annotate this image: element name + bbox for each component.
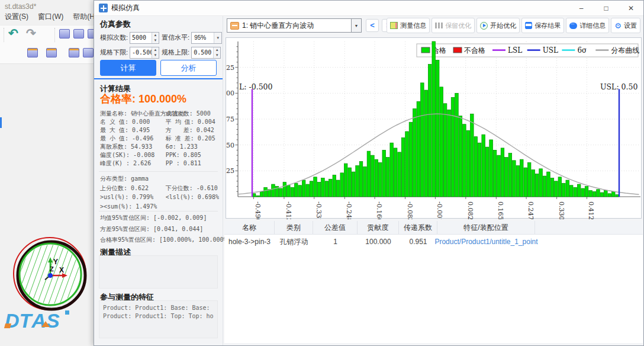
table-header-filler bbox=[535, 221, 643, 234]
field-value[interactable]: 0.500 bbox=[192, 47, 213, 58]
measurement-icon bbox=[230, 22, 239, 30]
x-axis-label: X bbox=[59, 266, 64, 274]
svg-text:-0.001: -0.001 bbox=[436, 201, 443, 219]
confidence-interval: 均值95%置信区间: [-0.002, 0.009] bbox=[100, 213, 221, 224]
svg-text:0.247: 0.247 bbox=[527, 201, 534, 219]
logo-accent bbox=[41, 321, 50, 327]
chevron-down-icon[interactable] bbox=[351, 19, 361, 32]
logo-accent bbox=[4, 323, 11, 328]
chevron-down-icon[interactable] bbox=[214, 33, 221, 43]
lower-spec-input[interactable]: -0.500 ▲▼ bbox=[130, 47, 159, 59]
message-button[interactable]: 详细信息 bbox=[566, 18, 609, 33]
logo-letter: D bbox=[5, 309, 20, 332]
measure-desc-box[interactable] bbox=[99, 255, 218, 289]
field-value[interactable]: -0.500 bbox=[130, 47, 152, 58]
logo-letter: T bbox=[20, 309, 32, 332]
workbench-icon[interactable] bbox=[27, 48, 38, 57]
blue-divider bbox=[94, 78, 223, 79]
stat-left: 最 大 值: 0.495 bbox=[100, 126, 166, 134]
prev-measurement-button[interactable]: < bbox=[366, 19, 379, 32]
svg-text:0.165: 0.165 bbox=[497, 201, 504, 219]
caret-down-icon[interactable]: ▼ bbox=[152, 38, 159, 43]
confidence-level-select[interactable]: 95% bbox=[191, 32, 222, 44]
field-label: 置信水平: bbox=[162, 33, 189, 42]
y-axis-label: Y bbox=[53, 258, 58, 266]
feature-path-link[interactable]: Product/Product1/untitle_1_point bbox=[437, 238, 535, 246]
workbench-icon[interactable] bbox=[46, 48, 57, 57]
contribution-table: 名称类别公差值贡献度传递系数特征/装配位置hole-3->pin-3孔销浮动11… bbox=[224, 221, 643, 343]
svg-text:0.082: 0.082 bbox=[466, 201, 474, 219]
viewport-circle-feature: Y Z X bbox=[11, 236, 91, 316]
stat-row: 峰度(K) : 2.626PP : 0.811 bbox=[100, 159, 221, 168]
menu-bar: 设置(S) 窗口(W) 帮助(H) bbox=[5, 12, 97, 22]
params-section-title: 仿真参数 bbox=[100, 19, 131, 30]
table-cell: 1 bbox=[313, 238, 358, 246]
spinner-buttons[interactable]: ▲▼ bbox=[152, 33, 159, 43]
table-header-cell: 特征/装配位置 bbox=[437, 221, 535, 234]
panel-divider bbox=[223, 16, 223, 345]
measure-info-button[interactable]: 测量信息 bbox=[387, 18, 430, 33]
caret-down-icon[interactable]: ▼ bbox=[152, 53, 159, 58]
dist-right bbox=[166, 174, 221, 184]
svg-text:-0.496: -0.496 bbox=[254, 201, 262, 219]
dist-row: 分布类型: gamma bbox=[100, 174, 221, 184]
menu-item-window[interactable]: 窗口(W) bbox=[38, 12, 63, 22]
features-box[interactable]: Product: Product1: Base: Base: pin-3Prod… bbox=[99, 300, 218, 338]
caret-down-icon[interactable]: ▼ bbox=[214, 53, 220, 58]
analyze-button[interactable]: 分析 bbox=[160, 60, 217, 76]
stat-left: 离散系数: 54.933 bbox=[100, 143, 166, 151]
feature-item: Product: Product1: Top: Top: hole-3 bbox=[103, 312, 214, 321]
button-label: 开始优化 bbox=[490, 21, 516, 30]
gear-button[interactable]: ⚙设置 bbox=[611, 18, 640, 33]
menu-item-settings[interactable]: 设置(S) bbox=[5, 12, 28, 22]
origin-point bbox=[48, 273, 53, 278]
statistics-rows: 测量名称: 销中心垂直方向波动成功次数: 5000名 义 值: 0.000平 均… bbox=[100, 110, 221, 168]
spinner-buttons[interactable]: ▲▼ bbox=[152, 47, 159, 58]
field-value[interactable]: 5000 bbox=[130, 33, 152, 43]
button-label: 测量信息 bbox=[400, 21, 426, 30]
cube-icon[interactable] bbox=[83, 48, 94, 57]
calculate-button[interactable]: 计算 bbox=[100, 60, 156, 76]
upper-spec-input[interactable]: 0.500 ▲▼ bbox=[191, 47, 221, 59]
gear-icon: ⚙ bbox=[614, 22, 622, 30]
caret-up-icon[interactable]: ▲ bbox=[152, 33, 159, 38]
stat-right: 6σ: 1.233 bbox=[166, 143, 221, 151]
spinner-buttons[interactable]: ▲▼ bbox=[213, 47, 220, 58]
assembly-icon[interactable] bbox=[69, 48, 79, 57]
dist-left: 分布类型: gamma bbox=[100, 174, 166, 184]
simulation-parameter-panel: 仿真参数 模拟次数: 5000 ▲▼ 置信水平: 95% bbox=[94, 1, 223, 345]
dist-left: ><sum(%): 1.497% bbox=[100, 202, 166, 212]
svg-text:LSL: LSL bbox=[508, 46, 522, 55]
stat-right: PP : 0.811 bbox=[166, 159, 221, 168]
simulation-count-input[interactable]: 5000 ▲▼ bbox=[130, 32, 159, 44]
undo-icon[interactable]: ↶ bbox=[8, 27, 18, 39]
redo-icon[interactable]: ↷ bbox=[26, 27, 36, 39]
measurement-select[interactable]: 1: 销中心垂直方向波动 bbox=[227, 18, 362, 33]
logo-accent bbox=[65, 310, 69, 315]
table-header-cell: 类别 bbox=[275, 221, 313, 234]
stat-left: 峰度(K) : 2.626 bbox=[100, 159, 166, 168]
dist-left: >usl(%): 0.799% bbox=[100, 193, 166, 202]
play-button[interactable]: 开始优化 bbox=[476, 18, 520, 33]
import-icon[interactable] bbox=[59, 29, 70, 39]
table-header-cell: 公差值 bbox=[313, 221, 358, 234]
measurement-select-value: 1: 销中心垂直方向波动 bbox=[242, 21, 351, 31]
table-cell: 100.000 bbox=[358, 238, 399, 246]
upper-spec-field: 规格上限: 0.500 ▲▼ bbox=[162, 47, 221, 59]
dist-row: ><sum(%): 1.497% bbox=[100, 202, 221, 212]
dist-row: 上分位数: 0.622下分位数: -0.610 bbox=[100, 184, 221, 193]
add-document-icon[interactable] bbox=[73, 29, 84, 39]
svg-text:USL: USL bbox=[543, 46, 558, 55]
close-button[interactable]: ✕ bbox=[619, 1, 643, 15]
maximize-button[interactable]: □ bbox=[594, 1, 619, 15]
caret-up-icon[interactable]: ▲ bbox=[214, 47, 220, 53]
panel-accent bbox=[0, 117, 2, 128]
table-row[interactable]: hole-3->pin-3孔销浮动1100.0000.951Product/Pr… bbox=[224, 235, 643, 249]
svg-text:不合格: 不合格 bbox=[464, 46, 485, 55]
caret-up-icon[interactable]: ▲ bbox=[152, 47, 159, 53]
dist-row: >usl(%): 0.799%<lsl(%): 0.698% bbox=[100, 193, 221, 202]
stat-right: 平 均 值: 0.004 bbox=[166, 118, 221, 126]
save-button[interactable]: 保存结果 bbox=[521, 18, 564, 33]
minimize-button[interactable]: – bbox=[569, 1, 594, 15]
confidence-interval: 合格率95%置信区间: [100.000%, 100.000%] bbox=[100, 235, 221, 246]
